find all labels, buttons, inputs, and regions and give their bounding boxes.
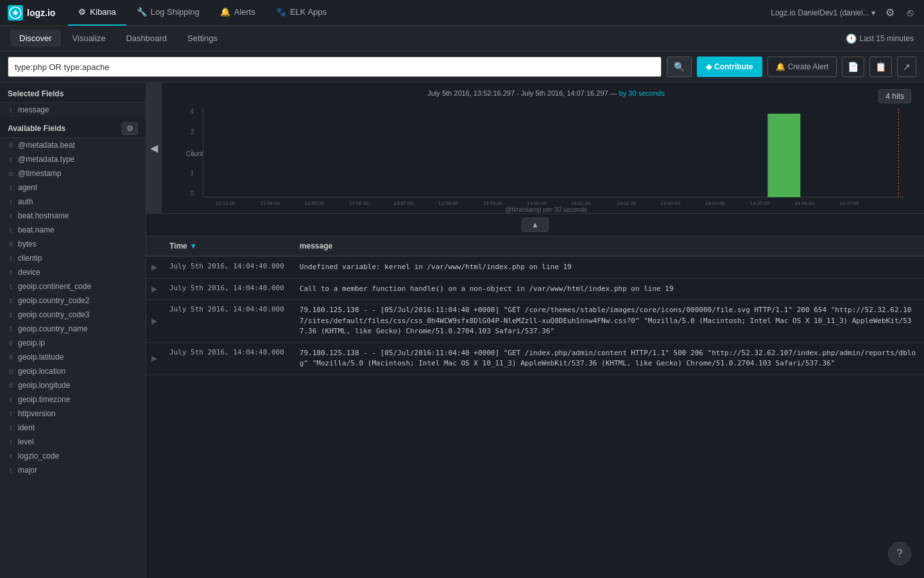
user-info[interactable]: Logz.io DanielDev1 (daniel... ▾ [771, 8, 875, 17]
search-input[interactable] [8, 57, 662, 77]
load-button[interactable]: 📋 [869, 57, 892, 77]
field-label: device [18, 268, 138, 277]
field-label: major [18, 466, 138, 475]
available-field-geoip-continent_code[interactable]: tgeoip.continent_code [0, 279, 146, 293]
available-field-@metadata-beat[interactable]: #@metadata.beat [0, 138, 146, 152]
chart-by-link[interactable]: by 30 seconds [619, 89, 665, 97]
available-field-clientip[interactable]: tclientip [0, 251, 146, 265]
message-column-header[interactable]: message [292, 236, 924, 256]
available-field-geoip-country_code3[interactable]: tgeoip.country_code3 [0, 308, 146, 322]
available-field-geoip-timezone[interactable]: tgeoip.timezone [0, 392, 146, 407]
svg-text:4: 4 [191, 108, 194, 115]
elk-apps-icon: 🐾 [276, 7, 286, 17]
available-field-@timestamp[interactable]: ⊙@timestamp [0, 166, 146, 180]
collapse-chart-button[interactable]: ▲ [522, 218, 549, 232]
svg-text:14:07:00: 14:07:00 [839, 200, 859, 205]
nav-tab-log-shipping[interactable]: 🔧 Log Shipping [126, 0, 210, 26]
available-field-httpversion[interactable]: thttpversion [0, 407, 146, 421]
main-layout: Selected Fields t message Available Fiel… [0, 83, 924, 578]
field-type-icon: t [8, 410, 14, 417]
field-label: beat.name [18, 225, 138, 234]
svg-text:14:01:00: 14:01:00 [571, 200, 591, 205]
field-type-icon: t [8, 227, 14, 234]
tab-settings[interactable]: Settings [178, 30, 227, 47]
message-cell: Call to a member function handle() on a … [292, 278, 924, 300]
available-field-@metadata-type[interactable]: t@metadata.type [0, 152, 146, 166]
tab-dashboard[interactable]: Dashboard [117, 30, 176, 47]
log-shipping-icon: 🔧 [137, 7, 147, 17]
settings-icon[interactable]: ⚙ [883, 4, 897, 21]
time-column-header[interactable]: Time ▾ [162, 236, 292, 256]
available-field-geoip-country_name[interactable]: tgeoip.country_name [0, 322, 146, 336]
nav-tab-elk-apps[interactable]: 🐾 ELK Apps [266, 0, 337, 26]
field-type-icon: t [8, 213, 14, 220]
field-label: geoip.location [18, 367, 138, 376]
available-field-geoip-latitude[interactable]: #geoip.latitude [0, 350, 146, 364]
available-field-logzio_code[interactable]: tlogzio_code [0, 449, 146, 463]
selected-fields-list: t message [0, 103, 146, 117]
collapse-row: ▲ [146, 214, 924, 236]
table-row: ▶ July 5th 2016, 14:04:40.000 79.180.125… [146, 300, 924, 343]
field-label: geoip.country_code2 [18, 296, 138, 305]
available-fields-header: Available Fields ⚙ [0, 117, 146, 138]
help-button[interactable]: ? [888, 542, 911, 565]
available-field-ident[interactable]: tident [0, 421, 146, 435]
time-cell: July 5th 2016, 14:04:40.000 [162, 256, 292, 278]
field-name-message: message [18, 105, 138, 114]
available-field-major[interactable]: tmajor [0, 463, 146, 477]
tab-discover[interactable]: Discover [10, 30, 61, 47]
field-label: beat.hostname [18, 211, 138, 220]
nav-tab-kibana[interactable]: ⚙ Kibana [68, 0, 126, 26]
field-label: geoip.timezone [18, 395, 138, 404]
field-type-icon: # [8, 382, 14, 389]
expand-row-button[interactable]: ▶ [146, 300, 162, 343]
selected-field-message[interactable]: t message [0, 103, 146, 117]
log-table-body: ▶ July 5th 2016, 14:04:40.000 Undefined … [146, 256, 924, 374]
field-type-icon: t [8, 198, 14, 206]
expand-row-button[interactable]: ▶ [146, 256, 162, 278]
available-field-geoip-location[interactable]: ⊙geoip.location [0, 364, 146, 378]
field-type-icon: t [8, 425, 14, 432]
available-field-beat-hostname[interactable]: tbeat.hostname [0, 209, 146, 223]
tab-visualize[interactable]: Visualize [64, 30, 115, 47]
table-row: ▶ July 5th 2016, 14:04:40.000 Undefined … [146, 256, 924, 278]
field-type-icon: t [8, 255, 14, 262]
available-field-beat-name[interactable]: tbeat.name [0, 223, 146, 237]
available-field-geoip-ip[interactable]: #geoip.ip [0, 336, 146, 350]
available-field-auth[interactable]: tauth [0, 195, 146, 209]
available-field-bytes[interactable]: #bytes [0, 237, 146, 251]
chart-x-axis-label: @timestamp per 30 seconds [181, 206, 911, 213]
field-type-icon: t [8, 311, 14, 319]
message-cell: Undefined variable: kernel in /var/www/h… [292, 256, 924, 278]
expand-row-button[interactable]: ▶ [146, 278, 162, 300]
log-table: Time ▾ message ▶ July 5th 2016, 14:04:40… [146, 236, 924, 375]
available-field-level[interactable]: tlevel [0, 435, 146, 449]
field-label: ident [18, 423, 138, 432]
field-type-icon: t [8, 326, 14, 333]
field-type-icon: ⊙ [8, 170, 14, 177]
contribute-button[interactable]: ◈ Contribute [697, 57, 762, 77]
save-button[interactable]: 📄 [842, 57, 864, 77]
time-cell: July 5th 2016, 14:04:40.000 [162, 300, 292, 343]
time-cell: July 5th 2016, 14:04:40.000 [162, 278, 292, 300]
available-field-device[interactable]: tdevice [0, 265, 146, 279]
available-field-geoip-longitude[interactable]: #geoip.longitude [0, 378, 146, 392]
available-field-agent[interactable]: tagent [0, 180, 146, 195]
field-label: agent [18, 183, 138, 192]
svg-text:0: 0 [191, 190, 194, 197]
field-label: geoip.longitude [18, 381, 138, 390]
nav-tab-alerts[interactable]: 🔔 Alerts [210, 0, 266, 26]
logout-icon[interactable]: ⎋ [905, 4, 916, 21]
logo[interactable]: logz.io [8, 5, 55, 21]
last-time-indicator[interactable]: 🕐 Last 15 minutes [846, 33, 914, 44]
svg-text:13:53:00: 13:53:00 [216, 200, 235, 205]
fields-settings-button[interactable]: ⚙ [122, 122, 138, 135]
chart-toggle-button[interactable]: ◀ [146, 83, 162, 213]
share-button[interactable]: ↗ [897, 57, 916, 77]
create-alert-button[interactable]: 🔔 Create Alert [767, 57, 837, 77]
search-button[interactable]: 🔍 [667, 57, 692, 77]
available-field-geoip-country_code2[interactable]: tgeoip.country_code2 [0, 293, 146, 308]
expand-row-button[interactable]: ▶ [146, 342, 162, 374]
field-type-text-icon: t [8, 107, 14, 114]
svg-text:13:59:00: 13:59:00 [483, 200, 503, 205]
